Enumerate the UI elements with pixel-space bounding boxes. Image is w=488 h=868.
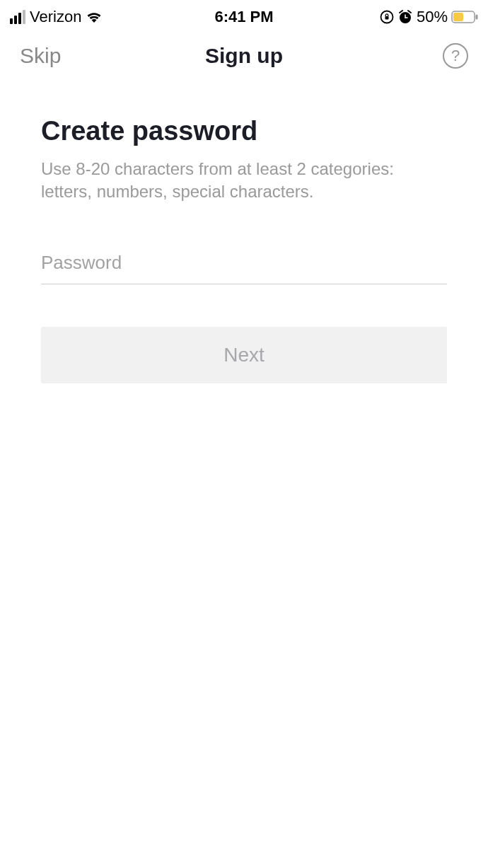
- alarm-icon: [397, 10, 413, 24]
- password-input[interactable]: [41, 246, 447, 284]
- svg-line-3: [400, 11, 402, 13]
- status-bar: Verizon 6:41 PM 5: [0, 0, 488, 31]
- svg-rect-9: [476, 15, 478, 20]
- subheading: Use 8-20 characters from at least 2 cate…: [41, 158, 447, 204]
- main-content: Create password Use 8-20 characters from…: [0, 81, 488, 383]
- svg-rect-8: [453, 13, 463, 21]
- carrier-label: Verizon: [30, 8, 81, 26]
- battery-percentage: 50%: [417, 8, 448, 26]
- next-button[interactable]: Next: [41, 327, 447, 383]
- skip-button[interactable]: Skip: [20, 44, 61, 68]
- help-icon: ?: [451, 47, 460, 65]
- battery-icon: [451, 11, 478, 23]
- cellular-signal-icon: [10, 10, 25, 24]
- nav-bar: Skip Sign up ?: [0, 31, 488, 81]
- page-title: Sign up: [205, 44, 283, 68]
- svg-line-4: [408, 11, 411, 13]
- heading: Create password: [41, 116, 447, 146]
- svg-rect-1: [385, 16, 388, 20]
- wifi-icon: [86, 11, 103, 23]
- help-button[interactable]: ?: [443, 43, 468, 69]
- status-time: 6:41 PM: [214, 8, 273, 26]
- status-left: Verizon: [10, 8, 103, 26]
- status-right: 50%: [380, 8, 478, 26]
- rotation-lock-icon: [380, 10, 394, 24]
